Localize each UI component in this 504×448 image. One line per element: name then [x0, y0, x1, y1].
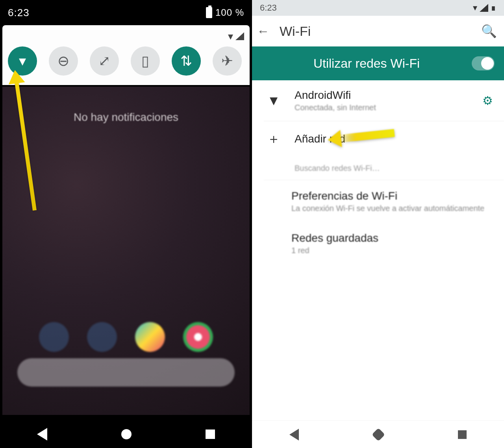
- wifi-master-toggle[interactable]: Utilizar redes Wi-Fi: [252, 46, 504, 80]
- status-icons: ▾ ∎: [473, 3, 496, 13]
- dock-phone-icon[interactable]: [39, 322, 69, 352]
- status-battery: 100 %: [206, 7, 244, 18]
- wifi-preferences-title: Preferencias de Wi-Fi: [291, 190, 492, 202]
- battery-percent: 100 %: [215, 7, 244, 18]
- status-bar: 6:23 ▾ ∎: [252, 0, 504, 16]
- quick-settings-panel[interactable]: ▾ ▾⊖⤢▯⇅✈: [2, 25, 250, 85]
- network-settings-gear-icon[interactable]: ⚙: [482, 94, 493, 107]
- qs-tile-dnd[interactable]: ⊖: [49, 46, 78, 76]
- network-ssid: AndroidWifi: [295, 89, 471, 102]
- status-bar: 6:23 100 %: [0, 0, 252, 25]
- wifi-preferences-subtitle: La conexión Wi-Fi se vuelve a activar au…: [291, 204, 492, 213]
- back-icon[interactable]: ←: [257, 24, 269, 39]
- network-row-connected[interactable]: ▼ AndroidWifi Conectada, sin Internet ⚙: [264, 80, 504, 121]
- phone-right-wifi-settings: 6:23 ▾ ∎ ← Wi-Fi 🔍 Utilizar redes Wi-Fi …: [252, 0, 504, 448]
- saved-networks-title: Redes guardadas: [291, 232, 492, 244]
- dock-playstore-icon[interactable]: [135, 322, 165, 352]
- qs-signal-icons: ▾: [228, 30, 244, 43]
- home-wallpaper: No hay notificaciones: [2, 87, 250, 415]
- cell-signal-icon: [235, 32, 244, 40]
- wifi-full-icon: ▼: [264, 93, 284, 108]
- cell-signal-icon: [480, 4, 488, 12]
- qs-tile-battery[interactable]: ▯: [131, 46, 160, 76]
- add-network-row[interactable]: ＋ Añadir red: [264, 121, 504, 157]
- switch-on-icon[interactable]: [472, 56, 495, 70]
- plus-icon: ＋: [264, 130, 284, 148]
- nav-home-icon[interactable]: [121, 429, 132, 439]
- wifi-toggle-label: Utilizar redes Wi-Fi: [261, 56, 472, 71]
- dock-messages-icon[interactable]: [87, 322, 117, 352]
- nav-back-icon[interactable]: [289, 429, 299, 441]
- nav-bar: [252, 420, 504, 448]
- status-time: 6:23: [8, 7, 30, 19]
- nav-home-icon[interactable]: [372, 428, 385, 441]
- battery-icon: [206, 7, 212, 18]
- phone-left-notification-shade: 6:23 100 % ▾ ▾⊖⤢▯⇅✈ No hay notificacione…: [0, 0, 252, 448]
- qs-tile-airplane[interactable]: ✈: [213, 46, 242, 76]
- nav-bar: [0, 420, 252, 448]
- search-icon[interactable]: 🔍: [481, 24, 497, 39]
- google-search-pill[interactable]: [17, 358, 235, 387]
- qs-tile-mobile-data[interactable]: ⇅: [172, 46, 201, 76]
- appbar: ← Wi-Fi 🔍: [252, 16, 504, 46]
- qs-header: ▾: [8, 28, 244, 44]
- qs-tile-auto-rotate[interactable]: ⤢: [90, 46, 119, 76]
- no-notifications-text: No hay notificaciones: [2, 111, 250, 124]
- battery-icon: ∎: [491, 3, 496, 13]
- nav-recent-icon[interactable]: [206, 429, 215, 439]
- wifi-preferences-row[interactable]: Preferencias de Wi-Fi La conexión Wi-Fi …: [264, 180, 504, 222]
- wifi-signal-icon: ▾: [228, 30, 233, 43]
- dock-chrome-icon[interactable]: [183, 322, 213, 352]
- dock: [2, 322, 250, 352]
- qs-tiles: ▾⊖⤢▯⇅✈: [8, 46, 244, 76]
- network-status: Conectada, sin Internet: [295, 103, 471, 112]
- page-title: Wi-Fi: [280, 24, 471, 39]
- wifi-network-list: ▼ AndroidWifi Conectada, sin Internet ⚙ …: [252, 80, 504, 265]
- saved-networks-subtitle: 1 red: [291, 246, 492, 255]
- nav-recent-icon[interactable]: [458, 430, 467, 439]
- status-time: 6:23: [260, 3, 277, 13]
- wifi-signal-icon: ▾: [473, 3, 477, 13]
- scanning-hint: Buscando redes Wi-Fi…: [264, 157, 504, 180]
- nav-back-icon[interactable]: [37, 428, 47, 441]
- saved-networks-row[interactable]: Redes guardadas 1 red: [264, 222, 504, 265]
